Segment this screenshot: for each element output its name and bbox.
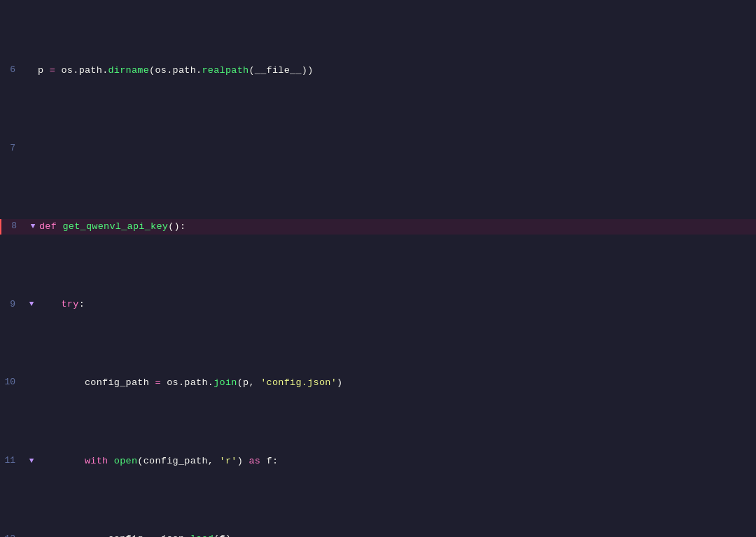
code-line-7: 7 bbox=[0, 141, 756, 156]
line-content-7 bbox=[38, 141, 750, 156]
line-content-6: p = os.path.dirname(os.path.realpath(__f… bbox=[38, 63, 750, 78]
line-num-12: 12 bbox=[0, 532, 27, 537]
line-content-11: with open(config_path, 'r') as f: bbox=[38, 454, 750, 469]
line-content-8: def get_qwenvl_api_key(): bbox=[39, 219, 750, 235]
code-line-10: 10 config_path = os.path.join(p, 'config… bbox=[0, 375, 756, 391]
line-num-7: 7 bbox=[0, 141, 27, 156]
line-content-12: config = json.load(f) bbox=[38, 531, 750, 537]
line-num-9: 9 bbox=[0, 298, 27, 312]
code-line-11: 11 ▼ with open(config_path, 'r') as f: bbox=[0, 453, 756, 468]
line-num-10: 10 bbox=[0, 375, 27, 390]
line-num-11: 11 bbox=[0, 454, 27, 468]
line-num-6: 6 bbox=[0, 63, 27, 78]
line-num-8: 8 bbox=[1, 219, 28, 234]
code-line-8: 8 ▼ def get_qwenvl_api_key(): bbox=[0, 219, 756, 235]
code-line-9: 9 ▼ try: bbox=[0, 297, 756, 312]
code-line-12: 12 config = json.load(f) bbox=[0, 531, 756, 537]
code-lines: 6 p = os.path.dirname(os.path.realpath(_… bbox=[0, 0, 756, 537]
code-line-6: 6 p = os.path.dirname(os.path.realpath(_… bbox=[0, 63, 756, 78]
line-content-9: try: bbox=[38, 297, 750, 312]
code-editor: 6 p = os.path.dirname(os.path.realpath(_… bbox=[0, 0, 756, 537]
line-content-10: config_path = os.path.join(p, 'config.js… bbox=[38, 375, 750, 391]
